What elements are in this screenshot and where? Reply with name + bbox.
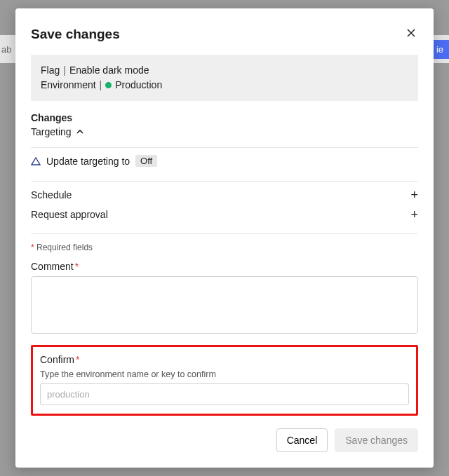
confirm-label-text: Confirm xyxy=(40,354,74,365)
targeting-value-badge: Off xyxy=(135,155,157,167)
env-label: Environment xyxy=(41,78,96,93)
plus-icon: + xyxy=(410,208,418,221)
modal-title: Save changes xyxy=(31,27,120,42)
pipe-separator: | xyxy=(63,63,66,78)
request-approval-expander[interactable]: Request approval + xyxy=(31,208,418,228)
approval-label: Request approval xyxy=(31,209,108,220)
modal-footer: Cancel Save changes xyxy=(31,416,418,452)
change-text: Update targeting to xyxy=(46,156,130,167)
bg-tab-fragment: ab xyxy=(0,44,11,55)
targeting-label: Targeting xyxy=(31,126,72,137)
close-button[interactable] xyxy=(404,27,418,41)
targeting-expander[interactable]: Targeting xyxy=(31,126,418,137)
change-triangle-icon xyxy=(31,156,41,166)
confirm-help-text: Type the environment name or key to conf… xyxy=(40,369,409,379)
asterisk-icon: * xyxy=(31,243,34,252)
divider xyxy=(31,233,418,234)
schedule-label: Schedule xyxy=(31,189,72,200)
env-name: Production xyxy=(115,78,162,93)
comment-label: Comment* xyxy=(31,261,418,272)
pipe-separator: | xyxy=(100,78,102,93)
chevron-up-icon xyxy=(76,128,84,136)
close-icon xyxy=(407,29,415,37)
required-fields-note: * Required fields xyxy=(31,243,418,252)
context-box: Flag | Enable dark mode Environment | Pr… xyxy=(31,55,418,101)
confirm-input[interactable] xyxy=(40,383,409,405)
flag-label: Flag xyxy=(41,63,60,78)
modal-header: Save changes xyxy=(31,27,418,42)
schedule-expander[interactable]: Schedule + xyxy=(31,182,418,208)
context-flag-line: Flag | Enable dark mode xyxy=(41,63,408,78)
save-changes-modal: Save changes Flag | Enable dark mode Env… xyxy=(15,8,434,468)
changes-heading: Changes xyxy=(31,112,418,123)
confirm-block-highlight: Confirm* Type the environment name or ke… xyxy=(31,345,418,416)
asterisk-icon: * xyxy=(76,354,79,365)
environment-dot-icon xyxy=(105,82,112,88)
save-changes-button[interactable]: Save changes xyxy=(335,428,418,452)
cancel-button[interactable]: Cancel xyxy=(276,428,328,452)
required-fields-text: Required fields xyxy=(36,243,93,252)
plus-icon: + xyxy=(410,189,418,201)
flag-name: Enable dark mode xyxy=(69,63,149,78)
confirm-label: Confirm* xyxy=(40,354,409,365)
comment-input[interactable] xyxy=(31,276,418,334)
context-env-line: Environment | Production xyxy=(41,78,408,93)
comment-label-text: Comment xyxy=(31,261,74,272)
asterisk-icon: * xyxy=(75,261,79,272)
change-item: Update targeting to Off xyxy=(31,148,418,175)
